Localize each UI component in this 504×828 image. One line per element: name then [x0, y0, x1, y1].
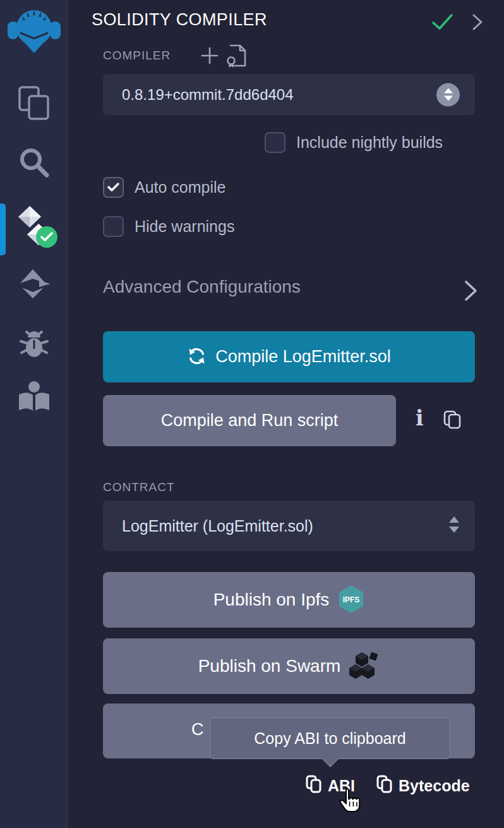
ipfs-icon: IPFS — [338, 585, 364, 616]
auto-compile-label: Auto compile — [135, 178, 226, 197]
sidebar-item-debugger[interactable] — [0, 326, 68, 364]
nightly-builds-label: Include nightly builds — [296, 133, 443, 152]
compilation-details-visible-label: C — [191, 720, 204, 740]
compile-button[interactable]: Compile LogEmitter.sol — [103, 331, 475, 382]
copy-abi-tooltip-text: Copy ABI to clipboard — [254, 729, 405, 748]
chevron-right-icon[interactable] — [469, 12, 486, 35]
bug-icon — [16, 326, 52, 364]
compiled-check-badge — [36, 226, 57, 248]
nightly-builds-checkbox[interactable] — [265, 132, 285, 153]
contract-select[interactable]: LogEmitter (LogEmitter.sol) — [103, 501, 475, 551]
version-sort-icon — [436, 83, 460, 106]
swarm-icon-label-wrap: Publish on Swarm — [198, 656, 341, 676]
sidebar-item-file-explorer[interactable] — [0, 85, 68, 124]
add-compiler-icon[interactable] — [200, 46, 219, 68]
copy-icon — [376, 775, 393, 796]
sidebar-item-learn[interactable] — [0, 381, 68, 417]
files-icon — [16, 85, 52, 124]
advanced-chevron-icon[interactable] — [462, 279, 479, 305]
hide-warnings-label: Hide warnings — [135, 217, 234, 236]
page-title: SOLIDITY COMPILER — [92, 10, 267, 30]
contract-select-value: LogEmitter (LogEmitter.sol) — [122, 517, 313, 535]
bytecode-label: Bytecode — [399, 777, 470, 795]
refresh-icon — [187, 346, 207, 368]
remix-solidity-compiler-panel: SOLIDITY COMPILER COMPILER 0.8.19+commit… — [0, 0, 504, 828]
advanced-configurations-label[interactable]: Advanced Configurations — [103, 277, 301, 297]
hide-warnings-checkbox[interactable] — [103, 216, 124, 237]
hide-warnings-row[interactable]: Hide warnings — [103, 216, 234, 237]
icon-sidebar — [0, 0, 68, 828]
auto-compile-row[interactable]: Auto compile — [103, 177, 226, 198]
compiler-version-value: 0.8.19+commit.7dd6d404 — [122, 86, 294, 104]
contract-section-label: CONTRACT — [103, 480, 175, 494]
publish-ipfs-button[interactable]: Publish on Ipfs IPFS — [103, 572, 475, 628]
search-icon — [17, 145, 51, 182]
tooltip-caret — [322, 751, 338, 767]
compiler-version-select[interactable]: 0.8.19+commit.7dd6d404 — [103, 74, 475, 115]
hand-cursor-icon — [339, 788, 363, 820]
book-icon — [16, 381, 52, 417]
compile-and-run-button[interactable]: Compile and Run script — [103, 395, 396, 446]
sidebar-item-home[interactable] — [0, 5, 68, 57]
copy-bytecode-button[interactable]: Bytecode — [376, 775, 470, 796]
sidebar-item-solidity-compiler[interactable] — [0, 206, 68, 248]
copy-icon — [306, 775, 322, 796]
publish-ipfs-label: Publish on Ipfs — [213, 590, 330, 610]
license-file-icon[interactable] — [225, 44, 248, 70]
auto-compile-checkbox[interactable] — [103, 177, 124, 198]
compile-button-label: Compile LogEmitter.sol — [215, 347, 391, 367]
deploy-icon — [16, 268, 52, 302]
copy-script-icon[interactable] — [443, 410, 462, 432]
compiler-section-label: COMPILER — [103, 49, 171, 63]
nightly-builds-row[interactable]: Include nightly builds — [265, 132, 443, 153]
contract-sort-icon — [447, 515, 461, 537]
sidebar-item-search[interactable] — [0, 145, 68, 182]
info-icon[interactable]: i — [416, 406, 424, 430]
sidebar-item-deploy-run[interactable] — [0, 268, 68, 302]
remix-logo-icon — [6, 5, 62, 57]
copy-row: ABI Bytecode — [306, 775, 470, 796]
publish-swarm-button[interactable]: Publish on Swarm — [103, 638, 475, 694]
swarm-icon — [349, 651, 380, 682]
copy-abi-tooltip: Copy ABI to clipboard — [210, 717, 450, 759]
svg-text:IPFS: IPFS — [343, 595, 360, 604]
check-icon — [431, 13, 454, 34]
compile-and-run-label: Compile and Run script — [161, 411, 339, 430]
